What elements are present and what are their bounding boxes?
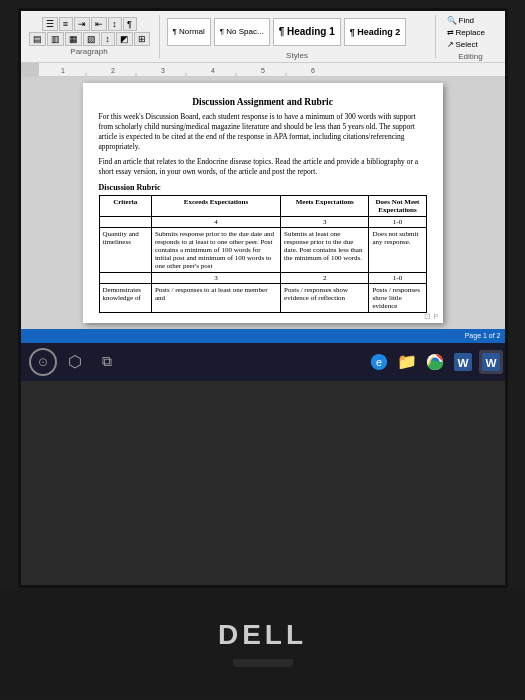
- taskbar-chrome[interactable]: [423, 350, 447, 374]
- style-heading2[interactable]: ¶ Heading 2: [344, 18, 407, 46]
- criteria-2: Demonstrates knowledge of: [99, 283, 151, 312]
- ruler: 1 2 3 4 5 6: [21, 63, 505, 77]
- styles-label: Styles: [165, 51, 430, 60]
- align-center-btn[interactable]: ▥: [47, 32, 64, 46]
- rubric-title: Discussion Rubric: [99, 183, 427, 192]
- style-normal[interactable]: ¶ Normal: [167, 18, 211, 46]
- body-paragraph2: Find an article that relates to the Endo…: [99, 157, 427, 177]
- replace-btn[interactable]: ⇄ Replace: [445, 27, 497, 38]
- divider1: [159, 15, 160, 58]
- justify-btn[interactable]: ▧: [83, 32, 100, 46]
- taskbar-word-active[interactable]: W: [479, 350, 503, 374]
- align-left-btn[interactable]: ▤: [29, 32, 46, 46]
- criteria-1: Quantity and timeliness: [99, 227, 151, 272]
- score-meets-1: 3: [281, 216, 369, 227]
- header-exceeds: Exceeds Expectations: [151, 195, 280, 216]
- pilcrow-btn[interactable]: ¶: [123, 17, 137, 31]
- paragraph-section: ☰ ≡ ⇥ ⇤ ↕ ¶ ▤ ▥ ▦ ▧ ↕ ◩ ⊞ Paragraph: [25, 13, 154, 60]
- meets-1: Submits at least one response prior to t…: [281, 227, 369, 272]
- svg-rect-1: [39, 63, 505, 77]
- exceeds-1: Submits response prior to the due date a…: [151, 227, 280, 272]
- body-paragraph1: For this week's Discussion Board, each s…: [99, 112, 427, 153]
- style-nospace[interactable]: ¶ No Spac...: [214, 18, 270, 46]
- header-meets: Meets Expectations: [281, 195, 369, 216]
- table-header-row: Criteria Exceeds Expectations Meets Expe…: [99, 195, 426, 216]
- svg-text:e: e: [376, 355, 382, 367]
- rubric-table: Criteria Exceeds Expectations Meets Expe…: [99, 195, 427, 313]
- align-right-btn[interactable]: ▦: [65, 32, 82, 46]
- screen: ☰ ≡ ⇥ ⇤ ↕ ¶ ▤ ▥ ▦ ▧ ↕ ◩ ⊞ Paragraph: [18, 8, 508, 588]
- paragraph-buttons-row2: ▤ ▥ ▦ ▧ ↕ ◩ ⊞: [29, 32, 150, 46]
- editing-label: Editing: [445, 52, 497, 61]
- header-does-not: Does Not Meet Expectations: [369, 195, 426, 216]
- svg-text:W: W: [485, 355, 497, 368]
- ribbon: ☰ ≡ ⇥ ⇤ ↕ ¶ ▤ ▥ ▦ ▧ ↕ ◩ ⊞ Paragraph: [21, 11, 505, 63]
- score-doesnot-2: 1-0: [369, 272, 426, 283]
- taskbar: ⊙ ⬡ ⧉ e 📁: [21, 343, 508, 381]
- ruler-inner: 1 2 3 4 5 6: [21, 63, 505, 76]
- score-meets-2: 2: [281, 272, 369, 283]
- monitor-bottom: DELL: [0, 588, 525, 698]
- score-criteria-1: [99, 216, 151, 227]
- meets-2: Posts / responses show evidence of refle…: [281, 283, 369, 312]
- doesnot-2: Posts / responses show little evidence: [369, 283, 426, 312]
- svg-text:2: 2: [111, 67, 115, 74]
- doesnot-1: Does not submit any response.: [369, 227, 426, 272]
- score-criteria-2: [99, 272, 151, 283]
- search-button[interactable]: ⬡: [61, 348, 89, 376]
- svg-text:1: 1: [61, 67, 65, 74]
- list-number-btn[interactable]: ≡: [59, 17, 73, 31]
- score-exceeds-1: 4: [151, 216, 280, 227]
- document-area: Discussion Assignment and Rubric For thi…: [21, 77, 505, 329]
- find-icon: 🔍: [447, 16, 457, 25]
- paragraph-label: Paragraph: [70, 47, 107, 56]
- svg-text:3: 3: [161, 67, 165, 74]
- score-row-2: 3 2 1-0: [99, 272, 426, 283]
- status-text: Page 1 of 2: [465, 332, 501, 339]
- shading-btn[interactable]: ◩: [116, 32, 133, 46]
- svg-text:W: W: [457, 355, 469, 368]
- score-row-1: 4 3 1-0: [99, 216, 426, 227]
- line-spacing-btn[interactable]: ↕: [101, 32, 115, 46]
- taskbar-edge[interactable]: e: [367, 350, 391, 374]
- document-body[interactable]: For this week's Discussion Board, each s…: [99, 112, 427, 177]
- find-btn[interactable]: 🔍 Find: [445, 15, 497, 26]
- select-icon: ↗: [447, 40, 454, 49]
- list-bullet-btn[interactable]: ☰: [42, 17, 58, 31]
- page-controls: ⊡ P: [424, 312, 439, 321]
- taskbar-word[interactable]: W: [451, 350, 475, 374]
- monitor: ☰ ≡ ⇥ ⇤ ↕ ¶ ▤ ▥ ▦ ▧ ↕ ◩ ⊞ Paragraph: [0, 0, 525, 700]
- replace-icon: ⇄: [447, 28, 454, 37]
- score-doesnot-1: 1-0: [369, 216, 426, 227]
- start-button[interactable]: ⊙: [29, 348, 57, 376]
- divider2: [435, 15, 436, 58]
- indent-btn[interactable]: ⇥: [74, 17, 90, 31]
- exceeds-2: Posts / responses to at least one member…: [151, 283, 280, 312]
- dell-logo: DELL: [218, 619, 307, 651]
- outdent-btn[interactable]: ⇤: [91, 17, 107, 31]
- header-criteria: Criteria: [99, 195, 151, 216]
- monitor-stand: [233, 659, 293, 667]
- task-view-btn[interactable]: ⧉: [93, 348, 121, 376]
- svg-text:5: 5: [261, 67, 265, 74]
- document-title: Discussion Assignment and Rubric: [99, 97, 427, 107]
- svg-text:4: 4: [211, 67, 215, 74]
- styles-section: ¶ Normal ¶ No Spac... ¶ Heading 1 ¶ Head…: [165, 13, 430, 60]
- borders-btn[interactable]: ⊞: [134, 32, 150, 46]
- editing-section: 🔍 Find ⇄ Replace ↗ Select Editing: [441, 13, 501, 60]
- select-btn[interactable]: ↗ Select: [445, 39, 497, 50]
- sort-btn[interactable]: ↕: [108, 17, 122, 31]
- svg-rect-0: [21, 63, 39, 77]
- table-row-2: Demonstrates knowledge of Posts / respon…: [99, 283, 426, 312]
- taskbar-folder[interactable]: 📁: [395, 350, 419, 374]
- paragraph-buttons-row1: ☰ ≡ ⇥ ⇤ ↕ ¶: [42, 17, 137, 31]
- style-heading1[interactable]: ¶ Heading 1: [273, 18, 341, 46]
- page: Discussion Assignment and Rubric For thi…: [83, 83, 443, 323]
- table-row-1: Quantity and timeliness Submits response…: [99, 227, 426, 272]
- score-exceeds-2: 3: [151, 272, 280, 283]
- svg-text:6: 6: [311, 67, 315, 74]
- styles-row: ¶ Normal ¶ No Spac... ¶ Heading 1 ¶ Head…: [165, 13, 430, 50]
- status-bar: Page 1 of 2: [21, 329, 505, 343]
